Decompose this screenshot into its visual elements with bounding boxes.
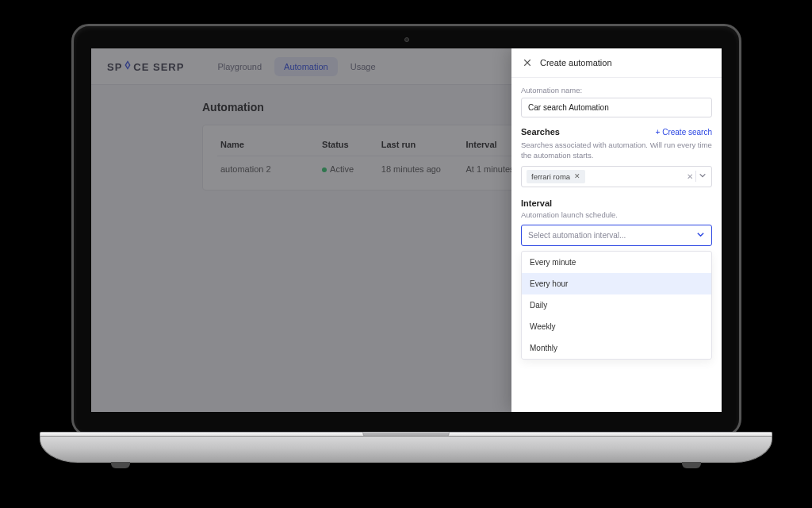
interval-helper-text: Automation launch schedule. — [521, 210, 712, 220]
divider — [695, 171, 696, 182]
table-header: Name — [217, 133, 319, 156]
interval-select-placeholder: Select automation interval... — [528, 231, 626, 240]
search-tag-label: ferrari roma — [531, 172, 570, 181]
search-tag-chip: ferrari roma ✕ — [527, 170, 585, 183]
create-automation-drawer: Create automation Automation name: Searc… — [511, 48, 722, 412]
cell-name: automation 2 — [217, 156, 319, 183]
chevron-down-icon[interactable] — [699, 171, 707, 181]
interval-option[interactable]: Weekly — [522, 316, 711, 337]
brand-logo: SP CE SERP — [107, 60, 184, 73]
interval-option[interactable]: Daily — [522, 294, 711, 316]
drawer-body: Automation name: Searches + Create searc… — [511, 78, 722, 368]
brand-part2: CE SERP — [133, 61, 184, 73]
laptop-base — [40, 436, 772, 463]
nav-item-automation[interactable]: Automation — [274, 57, 338, 76]
device-bezel: SP CE SERP PlaygroundAutomationUsage Aut… — [71, 24, 741, 437]
create-search-link[interactable]: + Create search — [656, 128, 712, 137]
brand-mark-icon — [122, 60, 133, 71]
camera-dot — [404, 37, 409, 42]
searches-tag-field[interactable]: ferrari roma ✕ ✕ — [521, 166, 712, 187]
laptop-foot — [682, 462, 701, 468]
interval-select[interactable]: Select automation interval... — [521, 225, 712, 246]
drawer-title: Create automation — [540, 58, 612, 67]
automation-name-input[interactable] — [521, 98, 712, 117]
app-screen: SP CE SERP PlaygroundAutomationUsage Aut… — [91, 48, 722, 412]
laptop-frame: SP CE SERP PlaygroundAutomationUsage Aut… — [0, 0, 812, 508]
automation-name-label: Automation name: — [521, 86, 712, 94]
nav-item-playground[interactable]: Playground — [208, 57, 271, 76]
status-dot-icon — [322, 167, 327, 172]
remove-tag-icon[interactable]: ✕ — [574, 172, 580, 180]
searches-helper-text: Searches associated with automation. Wil… — [521, 140, 712, 161]
cell-status: Active — [319, 156, 378, 183]
chevron-down-icon — [696, 230, 705, 241]
main-nav: PlaygroundAutomationUsage — [208, 57, 385, 76]
table-header: Status — [319, 133, 378, 156]
interval-dropdown: Every minuteEvery hourDailyWeeklyMonthly — [521, 251, 712, 360]
table-header: Last run — [378, 133, 463, 156]
interval-option[interactable]: Every minute — [522, 252, 711, 273]
searches-section-title: Searches — [521, 127, 560, 137]
interval-section-title: Interval — [521, 198, 552, 208]
interval-option[interactable]: Monthly — [522, 337, 711, 359]
tag-field-controls: ✕ — [687, 171, 707, 182]
drawer-header: Create automation — [511, 48, 722, 78]
close-icon[interactable] — [523, 58, 532, 67]
nav-item-usage[interactable]: Usage — [341, 57, 385, 76]
brand-part1: SP — [107, 61, 122, 73]
interval-option[interactable]: Every hour — [522, 273, 711, 294]
cell-last-run: 18 minutes ago — [378, 156, 463, 183]
brand-text: SP CE SERP — [107, 60, 184, 73]
laptop-foot — [111, 462, 130, 468]
clear-tags-icon[interactable]: ✕ — [687, 172, 693, 181]
